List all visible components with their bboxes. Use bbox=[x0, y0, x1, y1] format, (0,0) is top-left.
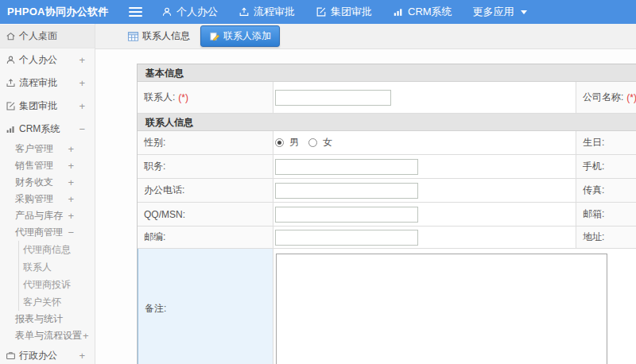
sidebar-item-label: 流程审批 bbox=[19, 76, 57, 90]
contact-add-form: 基本信息 联系人: (*) 公司名称: (*) 联系人信息 bbox=[137, 64, 636, 364]
topnav-label: 集团审批 bbox=[331, 5, 372, 19]
sidebar-item-agent-info[interactable]: 代理商信息 bbox=[18, 241, 95, 258]
sidebar-item-personal-office[interactable]: 个人办公 + bbox=[0, 48, 95, 72]
sidebar-item-label: 采购管理 bbox=[15, 192, 53, 206]
gender-label-cell: 性别: bbox=[138, 131, 273, 154]
sidebar-item-label: 报表与统计 bbox=[15, 312, 63, 326]
topnav-group-approval[interactable]: 集团审批 bbox=[316, 5, 372, 19]
tab-bar: 联系人信息 联系人添加 bbox=[95, 24, 636, 49]
sidebar-item-workflow-approval[interactable]: 流程审批 + bbox=[0, 72, 95, 95]
tab-label: 联系人添加 bbox=[223, 29, 271, 43]
mobile-label-cell: 手机: bbox=[576, 155, 636, 178]
form-row-job-title: 职务: 手机: bbox=[138, 155, 636, 179]
zip-code-label-cell: 邮编: bbox=[138, 227, 273, 248]
birthday-label-cell: 生日: bbox=[576, 131, 636, 154]
sidebar-item-label: 联系人 bbox=[23, 261, 52, 274]
sidebar-item-admin-office[interactable]: 行政办公 + bbox=[0, 344, 95, 364]
user-icon bbox=[161, 6, 173, 17]
expand-icon[interactable]: + bbox=[68, 211, 74, 221]
remark-label-cell: 备注: bbox=[138, 249, 273, 364]
topnav-workflow-approval[interactable]: 流程审批 bbox=[238, 5, 295, 19]
edit-square-icon bbox=[316, 6, 327, 17]
sidebar-item-customer-management[interactable]: 客户管理 + bbox=[0, 141, 95, 157]
sidebar: 个人桌面 个人办公 + 流程审批 + 集团审批 + CRM系统 − 客户管理 +… bbox=[0, 24, 95, 364]
sidebar-item-sales-management[interactable]: 销售管理 + bbox=[0, 157, 95, 174]
field-label: 职务: bbox=[144, 160, 165, 173]
field-label: 地址: bbox=[583, 230, 604, 244]
topnav-more-apps[interactable]: 更多应用 bbox=[473, 5, 527, 19]
topnav-crm-system[interactable]: CRM系统 bbox=[393, 5, 452, 19]
topnav-label: 个人办公 bbox=[176, 5, 218, 19]
collapse-icon[interactable]: − bbox=[68, 227, 74, 238]
remark-value-cell bbox=[273, 249, 636, 364]
office-phone-value-cell bbox=[273, 179, 576, 202]
sidebar-item-label: 行政办公 bbox=[19, 349, 57, 362]
address-label-cell: 地址: bbox=[576, 227, 636, 248]
field-label: 备注: bbox=[145, 302, 166, 316]
sidebar-item-products-inventory[interactable]: 产品与库存 + bbox=[0, 207, 95, 224]
sidebar-item-purchasing[interactable]: 采购管理 + bbox=[0, 191, 95, 207]
main-area: 联系人信息 联系人添加 基本信息 联系人: (*) bbox=[95, 24, 636, 364]
sidebar-item-label: CRM系统 bbox=[19, 122, 60, 136]
field-label: 性别: bbox=[144, 136, 165, 149]
section-header-contact-info: 联系人信息 bbox=[138, 114, 636, 131]
section-header-basic-info: 基本信息 bbox=[138, 64, 636, 82]
briefcase-icon bbox=[6, 350, 16, 361]
sidebar-item-crm-system[interactable]: CRM系统 − bbox=[0, 118, 95, 141]
office-phone-input[interactable] bbox=[275, 183, 418, 199]
workflow-icon bbox=[6, 78, 16, 88]
field-label: 手机: bbox=[583, 160, 604, 173]
expand-icon[interactable]: + bbox=[68, 194, 74, 204]
required-mark: (*) bbox=[626, 92, 636, 103]
field-label: 邮编: bbox=[144, 230, 165, 244]
expand-icon[interactable]: + bbox=[79, 101, 85, 111]
collapse-icon[interactable]: − bbox=[79, 124, 85, 134]
job-title-input[interactable] bbox=[275, 159, 418, 175]
sidebar-item-finance[interactable]: 财务收支 + bbox=[0, 174, 95, 191]
topbar: PHPOA协同办公软件 个人办公 流程审批 集团审批 CRM系统 更多应用 bbox=[0, 0, 636, 24]
expand-icon[interactable]: + bbox=[79, 55, 85, 65]
expand-icon[interactable]: + bbox=[68, 177, 74, 188]
sidebar-item-form-workflow-settings[interactable]: 表单与流程设置 + bbox=[0, 327, 95, 344]
field-label: 邮箱: bbox=[583, 207, 604, 221]
menu-toggle-icon[interactable] bbox=[129, 7, 142, 17]
gender-female-label: 女 bbox=[323, 136, 332, 149]
expand-icon[interactable]: + bbox=[68, 161, 74, 171]
sidebar-item-customer-care[interactable]: 客户关怀 bbox=[18, 293, 95, 311]
expand-icon[interactable]: + bbox=[68, 144, 74, 154]
sidebar-item-reports-statistics[interactable]: 报表与统计 bbox=[0, 311, 95, 327]
expand-icon[interactable]: + bbox=[83, 331, 89, 341]
qq-msn-input[interactable] bbox=[275, 207, 418, 223]
sidebar-item-agent-complaints[interactable]: 代理商投诉 bbox=[18, 276, 95, 293]
sidebar-item-agent-management[interactable]: 代理商管理 − bbox=[0, 224, 95, 241]
qq-msn-label-cell: QQ/MSN: bbox=[138, 203, 273, 226]
email-label-cell: 邮箱: bbox=[576, 203, 636, 226]
topnav-personal-office[interactable]: 个人办公 bbox=[161, 5, 218, 19]
expand-icon[interactable]: + bbox=[79, 350, 85, 361]
sidebar-item-label: 个人办公 bbox=[19, 53, 57, 67]
sidebar-item-personal-desktop[interactable]: 个人桌面 bbox=[0, 25, 95, 48]
sidebar-item-label: 产品与库存 bbox=[15, 209, 63, 223]
field-label: 公司名称: bbox=[583, 91, 623, 104]
gender-female-radio[interactable] bbox=[308, 138, 317, 147]
sidebar-item-contacts[interactable]: 联系人 bbox=[18, 258, 95, 276]
tab-label: 联系人信息 bbox=[142, 29, 190, 43]
tab-contact-info[interactable]: 联系人信息 bbox=[122, 26, 195, 46]
bar-chart-icon bbox=[393, 6, 404, 17]
expand-icon[interactable]: + bbox=[79, 78, 85, 88]
field-label: 传真: bbox=[583, 184, 604, 197]
topnav-label: CRM系统 bbox=[408, 5, 452, 19]
sidebar-item-label: 代理商管理 bbox=[15, 226, 63, 239]
form-row-qq-msn: QQ/MSN: 邮箱: bbox=[138, 203, 636, 227]
contact-name-label-cell: 联系人: (*) bbox=[138, 82, 273, 113]
sidebar-item-group-approval[interactable]: 集团审批 + bbox=[0, 95, 95, 118]
zip-code-input[interactable] bbox=[275, 230, 418, 246]
topnav-label: 流程审批 bbox=[254, 5, 295, 19]
remark-textarea[interactable] bbox=[276, 254, 607, 364]
sidebar-item-label: 个人桌面 bbox=[19, 29, 57, 43]
sidebar-item-label: 财务收支 bbox=[15, 176, 53, 189]
job-title-value-cell bbox=[273, 155, 576, 178]
contact-name-input[interactable] bbox=[275, 90, 391, 106]
gender-male-radio[interactable] bbox=[275, 138, 284, 147]
tab-contact-add[interactable]: 联系人添加 bbox=[200, 25, 280, 47]
